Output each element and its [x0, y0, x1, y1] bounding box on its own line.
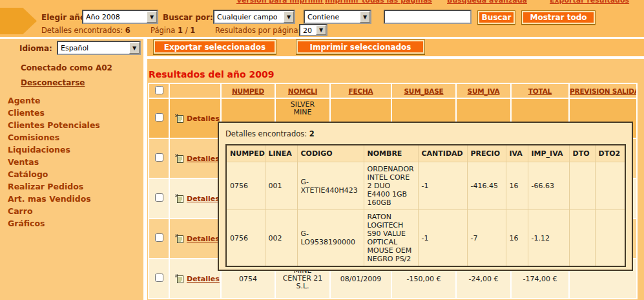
chevron-down-icon[interactable]: ▼ — [147, 11, 157, 23]
sidebar-item-clientes-potenciales[interactable]: Clientes Potenciales — [8, 119, 100, 131]
operator-select[interactable]: Contiene ▼ — [304, 10, 371, 24]
search-input[interactable] — [384, 10, 472, 24]
popup-col-iva: IVA — [506, 145, 528, 162]
column-header-prevision-salida[interactable]: PREVISION SALIDA — [569, 83, 637, 98]
link-export-results[interactable]: Exportar resultados — [550, 0, 629, 5]
details-note-icon — [174, 193, 185, 204]
language-select[interactable]: Español ▼ — [57, 41, 141, 55]
page-total: 1 — [190, 26, 195, 35]
sidebar-item-agente[interactable]: Agente — [8, 94, 100, 107]
details-link[interactable]: Detalles — [174, 194, 220, 202]
sidebar-item-comisiones[interactable]: Comisiones — [8, 131, 100, 144]
popup-title: Detalles encontrados: 2 — [225, 129, 625, 138]
page-current: 1 — [178, 26, 183, 35]
popup-details-count: 2 — [309, 129, 315, 138]
column-header-sum-base[interactable]: SUM_BASE — [391, 83, 456, 98]
sidebar-item-clientes[interactable]: Clientes — [8, 107, 100, 119]
row-checkbox[interactable] — [155, 113, 163, 122]
details-link[interactable]: Detalles — [174, 154, 220, 162]
popup-col-dto2: DTO2 — [595, 145, 625, 162]
sidebar-item-graficos[interactable]: Gráficos — [8, 217, 100, 230]
popup-cell-linea: 001 — [265, 162, 297, 210]
popup-cell-dto2 — [595, 210, 625, 267]
action-band: Exportar seleccionados Imprimir seleccio… — [147, 39, 644, 56]
print-selected-button[interactable]: Imprimir seleccionados — [296, 39, 425, 54]
popup-cell-cantidad: -1 — [418, 162, 467, 210]
search-field-select[interactable]: Cualquier campo ▼ — [213, 10, 295, 24]
details-note-icon — [174, 233, 185, 244]
popup-cell-precio: -7 — [467, 210, 506, 267]
popup-cell-linea: 002 — [265, 210, 297, 267]
popup-col-precio: PRECIO — [467, 145, 506, 162]
popup-cell-iva: 16 — [506, 162, 528, 210]
details-note-icon — [174, 153, 185, 164]
popup-col-imp-iva: IMP_IVA — [528, 145, 569, 162]
popup-cell-nombre: ORDENADOR INTEL CORE 2 DUO E4400 1GB 160… — [364, 162, 418, 210]
chevron-down-icon[interactable]: ▼ — [360, 11, 370, 23]
page-separator: / — [185, 26, 188, 35]
details-column-header — [169, 83, 221, 98]
sidebar-item-liquidaciones[interactable]: Liquidaciones — [8, 144, 100, 156]
popup-col-numped: NUMPED — [226, 145, 265, 162]
language-value: Español — [61, 44, 88, 52]
details-link[interactable]: Detalles — [174, 234, 220, 242]
search-button[interactable]: Buscar — [477, 10, 515, 25]
column-header-sum-iva[interactable]: SUM_IVA — [456, 83, 511, 98]
top-toolbar: Versión para imprimir Imprimir todas las… — [0, 0, 644, 37]
popup-cell-dto2 — [595, 162, 625, 210]
sidebar-item-art-mas-vendidos[interactable]: Art. mas Vendidos — [8, 193, 100, 205]
per-page-label: Resultados por página: — [215, 26, 300, 35]
popup-col-linea: LINEA — [265, 145, 297, 162]
export-selected-button[interactable]: Exportar seleccionados — [153, 39, 276, 54]
popup-cell-codigo: G-LO9538190000 — [297, 210, 364, 267]
per-page-select[interactable]: 20 ▼ — [299, 24, 327, 36]
popup-col-codigo: CODIGO — [297, 145, 364, 162]
popup-cell-nombre: RATON LOGITECH S90 VALUE OPTICAL MOUSE O… — [364, 210, 418, 267]
operator-value: Contiene — [307, 13, 339, 21]
column-header-fecha[interactable]: FECHA — [330, 83, 391, 98]
sidebar-menu: Agente Clientes Clientes Potenciales Com… — [8, 94, 100, 230]
column-header-total[interactable]: TOTAL — [511, 83, 569, 98]
row-checkbox[interactable] — [155, 273, 163, 282]
popup-col-dto: DTO — [569, 145, 595, 162]
popup-row: 0756 002 G-LO9538190000 RATON LOGITECH S… — [226, 210, 625, 267]
arrow-decoration-icon — [0, 8, 37, 34]
column-header-numped[interactable]: NUMPED — [221, 83, 275, 98]
chevron-down-icon[interactable]: ▼ — [284, 11, 294, 23]
popup-cell-imp-iva: -66.63 — [528, 162, 569, 210]
link-print-all-pages[interactable]: Imprimir todas las páginas — [325, 0, 432, 5]
row-checkbox[interactable] — [155, 233, 163, 242]
popup-cell-iva: 16 — [506, 210, 528, 267]
popup-header-row: NUMPED LINEA CODIGO NOMBRE CANTIDAD PREC… — [226, 145, 625, 162]
popup-col-cantidad: CANTIDAD — [418, 145, 467, 162]
row-checkbox[interactable] — [155, 153, 163, 162]
show-all-button[interactable]: Mostrar todo — [521, 10, 596, 25]
disconnect-link[interactable]: Desconectarse — [21, 78, 85, 87]
search-field-value: Cualquier campo — [217, 13, 277, 21]
details-note-icon — [174, 113, 185, 123]
popup-cell-numped: 0756 — [226, 162, 265, 210]
popup-cell-codigo: G-XTETIE440H423 — [297, 162, 364, 210]
row-checkbox[interactable] — [155, 193, 163, 202]
popup-cell-dto — [569, 162, 595, 210]
link-print-version[interactable]: Versión para imprimir — [236, 0, 324, 5]
link-advanced-search[interactable]: Búsqueda avanzada — [447, 0, 527, 5]
app-window: Versión para imprimir Imprimir todas las… — [0, 0, 644, 300]
details-found-count: 6 — [125, 26, 130, 35]
column-header-nomcli[interactable]: NOMCLI — [275, 83, 330, 98]
chevron-down-icon[interactable]: ▼ — [129, 42, 140, 54]
sidebar-item-carro[interactable]: Carro — [8, 205, 100, 217]
sidebar-item-catalogo[interactable]: Catálogo — [8, 168, 100, 180]
chevron-down-icon[interactable]: ▼ — [316, 25, 326, 35]
year-select[interactable]: Año 2008 ▼ — [82, 10, 158, 24]
details-link[interactable]: Detalles — [174, 114, 220, 122]
sidebar-item-realizar-pedidos[interactable]: Realizar Pedidos — [8, 180, 100, 193]
popup-cell-precio: -416.45 — [467, 162, 506, 210]
language-label: Idioma: — [19, 44, 52, 53]
details-link[interactable]: Detalles — [174, 274, 220, 283]
details-found-summary: Detalles encontrados: 6 — [41, 26, 130, 35]
sidebar-item-ventas[interactable]: Ventas — [8, 156, 100, 168]
sidebar: Idioma: Español ▼ Conectado como A02 Des… — [0, 39, 143, 300]
details-note-icon — [174, 273, 185, 284]
select-all-checkbox[interactable] — [155, 86, 163, 94]
